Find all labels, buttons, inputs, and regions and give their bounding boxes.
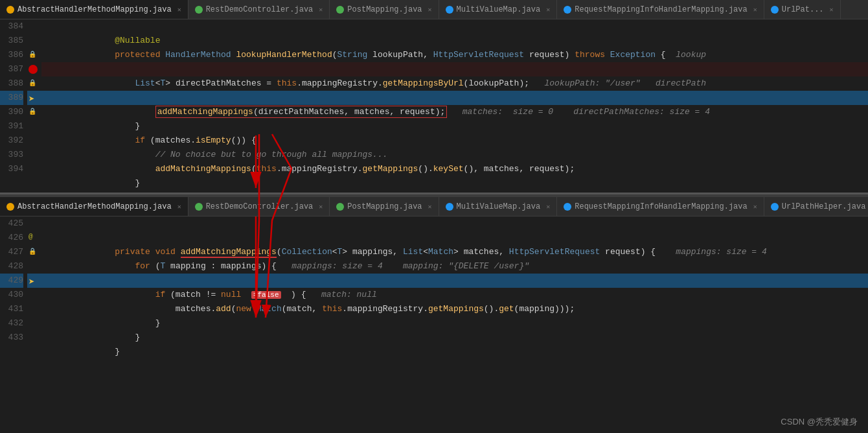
tab-label-bottom: RequestMappingInfoHandlerMapping.java xyxy=(575,202,747,211)
tab-requestmapping-top[interactable]: RequestMappingInfoHandlerMapping.java ✕ xyxy=(557,0,764,19)
tab-urlpath-top[interactable]: UrlPat... ✕ xyxy=(764,0,841,19)
top-gutter: 🔒 🔒 ➤ 🔒 xyxy=(27,19,41,193)
line-num-392: 392 xyxy=(0,134,23,148)
code-line-392: // No choice but to go through all mappi… xyxy=(41,134,868,148)
code-line-431: } xyxy=(41,302,868,316)
gutter-385 xyxy=(27,34,41,48)
gutter-386: 🔒 xyxy=(27,48,41,62)
gutter-387 xyxy=(27,62,41,76)
code-line-426: private void addMatchingMappings(Collect… xyxy=(41,231,868,245)
code-line-432: } xyxy=(41,316,868,331)
tab-abstract-top[interactable]: AbstractHandlerMethodMapping.java ✕ xyxy=(0,0,188,19)
line-num-386: 386 xyxy=(0,48,23,62)
tab-icon-orange xyxy=(6,6,14,14)
tab-icon-green-bottom xyxy=(195,203,203,211)
code-line-387: List<T> directPathMatches = this.mapping… xyxy=(41,62,868,76)
gutter-391 xyxy=(27,119,41,134)
code-line-425 xyxy=(41,216,868,231)
tab-close-icon[interactable]: ✕ xyxy=(319,6,323,14)
line-num-394: 394 xyxy=(0,162,23,176)
current-line-arrow-bottom: ➤ xyxy=(29,275,35,288)
code-line-428: T match = getMatchingMapping(mapping, re… xyxy=(41,259,868,274)
code-line-430: matches.add(new Match(match, this.mappin… xyxy=(41,288,868,302)
line-num-385: 385 xyxy=(0,34,23,48)
tab-abstract-bottom[interactable]: AbstractHandlerMethodMapping.java ✕ xyxy=(0,197,188,216)
tab-close-icon-bottom[interactable]: ✕ xyxy=(428,203,432,211)
code-line-427: for (T mapping : mappings) { mappings: s… xyxy=(41,245,868,259)
tab-close-icon[interactable]: ✕ xyxy=(753,6,757,14)
lock-icon-390: 🔒 xyxy=(29,108,36,115)
tab-close-icon[interactable]: ✕ xyxy=(830,6,834,14)
gutter-394 xyxy=(27,162,41,176)
code-line-390: } xyxy=(41,105,868,119)
code-line-384: @Nullable xyxy=(41,19,868,34)
gutter-384 xyxy=(27,19,41,34)
tab-multivaluemap-bottom[interactable]: MultiValueMap.java ✕ xyxy=(439,197,558,216)
code-line-394: } xyxy=(41,162,868,176)
tab-urlpathhelper-bottom[interactable]: UrlPathHelper.java ✕ xyxy=(764,197,868,216)
code-line-385: protected HandlerMethod lookupHandlerMet… xyxy=(41,34,868,48)
bottom-gutter: @ 🔒 ➤ xyxy=(27,216,41,414)
tab-close-icon-bottom[interactable]: ✕ xyxy=(319,203,323,211)
top-tab-bar: AbstractHandlerMethodMapping.java ✕ Rest… xyxy=(0,0,868,19)
line-num-428: 428 xyxy=(0,259,23,274)
gutter-428 xyxy=(27,259,41,274)
tab-close-icon[interactable]: ✕ xyxy=(546,6,550,14)
top-line-numbers: 384 385 386 387 388 389 390 391 392 393 … xyxy=(0,19,27,193)
line-num-384: 384 xyxy=(0,19,23,34)
bottom-line-numbers: 425 426 427 428 429 430 431 432 433 xyxy=(0,216,27,414)
code-line-388: if (directPathMatches != null) { xyxy=(41,76,868,91)
line-num-391: 391 xyxy=(0,119,23,134)
tab-requestmapping-bottom[interactable]: RequestMappingInfoHandlerMapping.java ✕ xyxy=(557,197,764,216)
main-container: AbstractHandlerMethodMapping.java ✕ Rest… xyxy=(0,0,868,433)
line-num-393: 393 xyxy=(0,148,23,162)
line-num-425: 425 xyxy=(0,216,23,231)
tab-close-icon[interactable]: ✕ xyxy=(428,6,432,14)
gutter-392 xyxy=(27,134,41,148)
line-num-390: 390 xyxy=(0,105,23,119)
tab-label: PostMapping.java xyxy=(347,5,422,14)
tab-multivaluemap-top[interactable]: MultiValueMap.java ✕ xyxy=(439,0,558,19)
bottom-code-lines: private void addMatchingMappings(Collect… xyxy=(41,216,868,414)
tab-icon-blue xyxy=(771,6,779,14)
code-line-389: addMatchingMappings(directPathMatches, m… xyxy=(41,91,868,105)
tab-icon-blue xyxy=(446,6,453,14)
line-num-426: 426 xyxy=(0,231,23,245)
gutter-389: ➤ xyxy=(27,91,41,105)
tab-label: RestDemoController.java xyxy=(206,5,314,14)
tab-icon-blue-bottom xyxy=(564,203,571,211)
code-line-433: } xyxy=(41,331,868,345)
line-num-433: 433 xyxy=(0,331,23,345)
gutter-427: 🔒 xyxy=(27,245,41,259)
code-line-391: if (matches.isEmpty()) { xyxy=(41,119,868,134)
bottom-code-area: 425 426 427 428 429 430 431 432 433 @ 🔒 xyxy=(0,216,868,414)
bottom-panel: AbstractHandlerMethodMapping.java ✕ Rest… xyxy=(0,197,868,414)
code-line-386: List<Match> matches = new ArrayList<>();… xyxy=(41,48,868,62)
tab-icon-green-bottom xyxy=(336,203,344,211)
tab-postmapping-bottom[interactable]: PostMapping.java ✕ xyxy=(330,197,439,216)
code-line-393: addMatchingMappings(this.mappingRegistry… xyxy=(41,148,868,162)
top-code-area: 384 385 386 387 388 389 390 391 392 393 … xyxy=(0,19,868,193)
tab-label-bottom: UrlPathHelper.java xyxy=(782,202,866,211)
lock-icon-427: 🔒 xyxy=(29,248,36,255)
gutter-388: 🔒 xyxy=(27,76,41,91)
bottom-tab-bar: AbstractHandlerMethodMapping.java ✕ Rest… xyxy=(0,197,868,216)
tab-icon-blue xyxy=(564,6,571,14)
tab-close-icon[interactable]: ✕ xyxy=(177,6,181,14)
tab-close-icon-bottom[interactable]: ✕ xyxy=(546,203,550,211)
tab-restdemo-bottom[interactable]: RestDemoController.java ✕ xyxy=(188,197,330,216)
top-panel: AbstractHandlerMethodMapping.java ✕ Rest… xyxy=(0,0,868,194)
lock-icon-386: 🔒 xyxy=(29,51,36,58)
tab-restdemo-top[interactable]: RestDemoController.java ✕ xyxy=(188,0,330,19)
gutter-433 xyxy=(27,331,41,345)
tab-close-icon-bottom[interactable]: ✕ xyxy=(177,203,181,211)
tab-label-bottom: AbstractHandlerMethodMapping.java xyxy=(17,202,172,211)
tab-icon-blue-bottom xyxy=(446,203,453,211)
gutter-425 xyxy=(27,216,41,231)
tab-icon-green xyxy=(336,6,344,14)
tab-close-icon-bottom[interactable]: ✕ xyxy=(753,203,757,211)
line-num-389: 389 xyxy=(0,91,23,105)
tab-label: UrlPat... xyxy=(782,5,824,14)
gutter-426: @ xyxy=(27,231,41,245)
tab-postmapping-top[interactable]: PostMapping.java ✕ xyxy=(330,0,439,19)
